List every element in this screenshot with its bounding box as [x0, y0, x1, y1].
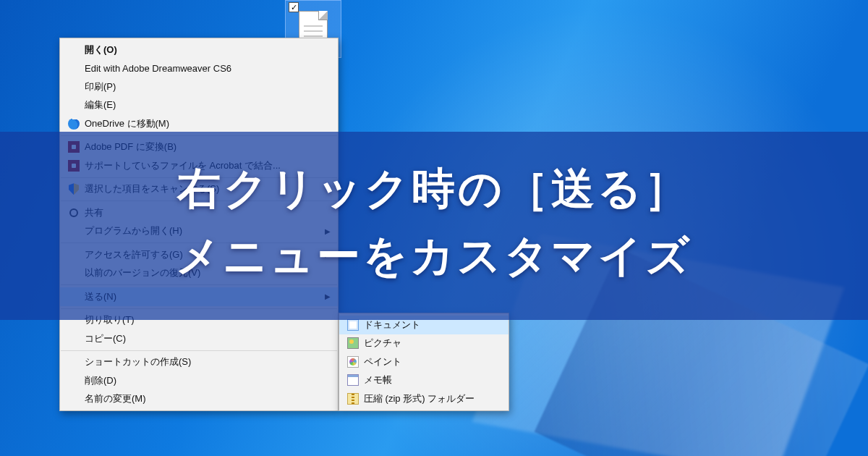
sendto-submenu[interactable]: ドキュメントピクチャペイントメモ帳圧縮 (zip 形式) フォルダー — [339, 313, 509, 411]
menu-item-label: 編集(E) — [85, 98, 331, 111]
sendto-item-label: 圧縮 (zip 形式) フォルダー — [364, 392, 501, 405]
menu-item[interactable]: コピー(C) — [60, 329, 338, 348]
menu-item-label: 開く(O) — [85, 43, 331, 56]
title-overlay: 右クリック時の［送る］ メニューをカスタマイズ — [0, 132, 868, 320]
sendto-item-label: メモ帳 — [364, 373, 501, 387]
menu-item-label: Edit with Adobe Dreamweaver CS6 — [85, 63, 331, 74]
menu-item[interactable]: ショートカットの作成(S) — [60, 353, 338, 372]
sendto-item-label: ピクチャ — [364, 337, 501, 350]
menu-item[interactable]: OneDrive に移動(M) — [60, 114, 338, 133]
note-icon — [347, 374, 359, 386]
onedrive-icon — [68, 118, 80, 130]
menu-item-label: OneDrive に移動(M) — [85, 117, 331, 130]
menu-item[interactable]: Edit with Adobe Dreamweaver CS6 — [60, 59, 338, 78]
sendto-item-label: ペイント — [364, 355, 501, 368]
selection-checkbox-icon: ✓ — [289, 2, 299, 12]
pic-icon — [347, 337, 359, 349]
menu-item-label: 削除(D) — [85, 374, 331, 387]
sendto-item[interactable]: ピクチャ — [339, 334, 509, 353]
menu-item-label: コピー(C) — [85, 332, 331, 345]
menu-item-label: 名前の変更(M) — [85, 392, 331, 405]
sendto-item-label: ドキュメント — [364, 318, 501, 332]
menu-item-label: 印刷(P) — [85, 80, 331, 93]
menu-item[interactable]: 編集(E) — [60, 96, 338, 115]
overlay-line1: 右クリック時の［送る］ — [177, 155, 691, 222]
zip-icon — [347, 393, 359, 405]
paint-icon — [347, 356, 359, 368]
menu-item[interactable]: 名前の変更(M) — [60, 390, 338, 409]
doc-icon — [347, 319, 359, 331]
sendto-item[interactable]: 圧縮 (zip 形式) フォルダー — [339, 389, 509, 408]
sendto-item[interactable]: ペイント — [339, 352, 509, 371]
menu-item-label: ショートカットの作成(S) — [85, 355, 331, 368]
sendto-item[interactable]: メモ帳 — [339, 371, 509, 390]
menu-separator — [61, 350, 337, 351]
menu-item[interactable]: 削除(D) — [60, 371, 338, 390]
menu-item[interactable]: 開く(O) — [60, 41, 338, 59]
menu-item[interactable]: 印刷(P) — [60, 77, 338, 96]
overlay-line2: メニューをカスタマイズ — [176, 222, 692, 290]
